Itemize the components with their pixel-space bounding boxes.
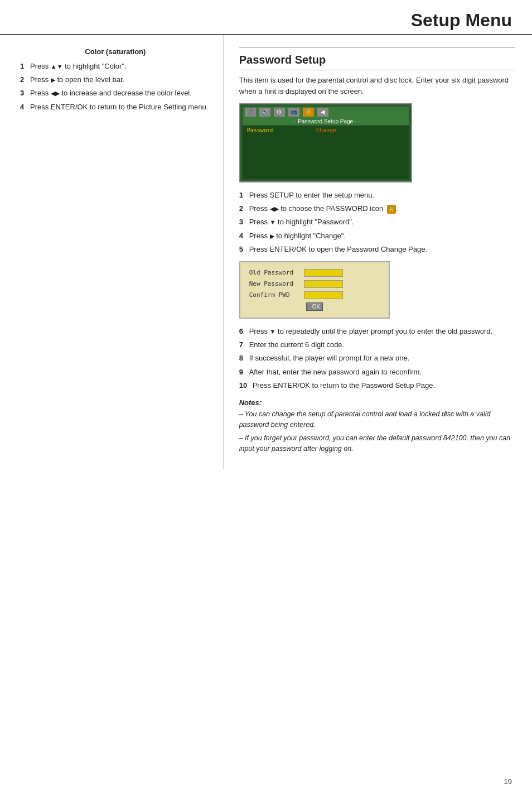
pw-step-4: 4 Press ▶ to highlight "Change".: [239, 231, 515, 241]
notes-title: Notes:: [239, 398, 515, 407]
screen-row-password: Password Change: [243, 126, 409, 134]
screen-icon-1: 🎵: [245, 108, 256, 117]
pw-step-text-1: Press SETUP to enter the setup menu.: [249, 190, 375, 200]
pw-arrow-right-icon: ▶: [270, 233, 274, 239]
pw-old-input: [304, 269, 343, 277]
notes-section: Notes: – You can change the setup of par…: [239, 398, 515, 454]
arrow-right-icon: ▶: [51, 76, 55, 83]
pw-step-text-10: Press ENTER/OK to return to the Password…: [253, 381, 435, 391]
pw-step-8: 8 If successful, the player will prompt …: [239, 353, 515, 363]
pw-step-text-8: If successful, the player will prompt fo…: [249, 353, 410, 363]
screen-setup-label: - - Password Setup Page - -: [243, 118, 409, 125]
pw-steps-list-1: 1 Press SETUP to enter the setup menu. 2…: [239, 190, 515, 254]
pw-step-num-8: 8: [239, 353, 249, 363]
color-step-1: 1 Press ▲▼ to highlight "Color".: [20, 61, 211, 71]
screen-label-text: - - Password Setup Page - -: [291, 118, 360, 124]
step-text-2: Press ▶ to open the level bar.: [30, 75, 124, 85]
pw-step-num-5: 5: [239, 244, 249, 254]
screen-icon-2: 🔊: [259, 108, 270, 117]
arrow-left-right-icon: ◀▶: [51, 90, 60, 97]
pw-step-3: 3 Press ▼ to highlight "Password".: [239, 217, 515, 227]
pw-step-num-6: 6: [239, 326, 249, 336]
pw-old-row: Old Password: [249, 269, 380, 277]
pw-step-text-5: Press ENTER/OK to open the Password Chan…: [249, 244, 427, 254]
pw-intro: This item is used for the parental contr…: [239, 75, 515, 97]
page-number: 19: [504, 777, 512, 786]
step-num-2: 2: [20, 75, 30, 85]
pw-step-text-9: After that, enter the new password again…: [249, 367, 422, 377]
screen-icon-5: ◀: [317, 108, 328, 117]
screen-icon-lock: 🔒: [303, 108, 314, 117]
pw-arrow-lr-icon: ◀▶: [270, 205, 279, 212]
right-column: Password Setup This item is used for the…: [224, 35, 532, 469]
step-text-4: Press ENTER/OK to return to the Picture …: [30, 102, 208, 112]
screen-toolbar: 🎵 🔊 ⚙ 📺 🔒 ◀: [243, 107, 409, 118]
screen-change-label: Change: [312, 126, 341, 134]
pw-step-num-4: 4: [239, 231, 249, 241]
screen-icon-4: 📺: [288, 108, 299, 117]
pw-step-10: 10 Press ENTER/OK to return to the Passw…: [239, 381, 515, 391]
lock-icon-inline: 🔒: [387, 205, 396, 214]
pw-confirm-input: [304, 291, 343, 299]
pw-confirm-label: Confirm PWD: [249, 291, 299, 299]
pw-new-input: [304, 280, 343, 288]
pw-step-1: 1 Press SETUP to enter the setup menu.: [239, 190, 515, 200]
pw-step-text-2: Press ◀▶ to choose the PASSWORD icon 🔒.: [249, 204, 398, 214]
page-header: Setup Menu: [0, 0, 532, 35]
pw-change-dialog: Old Password New Password Confirm PWD OK: [239, 261, 390, 319]
color-steps-list: 1 Press ▲▼ to highlight "Color". 2 Press…: [20, 61, 211, 112]
pw-step-9: 9 After that, enter the new password aga…: [239, 367, 515, 377]
pw-step-text-4: Press ▶ to highlight "Change".: [249, 231, 346, 241]
pw-step-2: 2 Press ◀▶ to choose the PASSWORD icon 🔒…: [239, 204, 515, 214]
screen-body: [243, 134, 409, 179]
color-step-3: 3 Press ◀▶ to increase and decrease the …: [20, 88, 211, 98]
pw-step-7: 7 Enter the current 6 digit code.: [239, 340, 515, 350]
notes-text-2: – If you forget your password, you can e…: [239, 433, 515, 454]
notes-text-1: – You can change the setup of parental c…: [239, 409, 515, 430]
pw-step-5: 5 Press ENTER/OK to open the Password Ch…: [239, 244, 515, 254]
color-step-4: 4 Press ENTER/OK to return to the Pictur…: [20, 102, 211, 112]
pw-step-6: 6 Press ▼ to repeatedly until the player…: [239, 326, 515, 336]
pw-step-num-3: 3: [239, 217, 249, 227]
arrow-up-down-icon: ▲▼: [51, 63, 63, 70]
step-text-1: Press ▲▼ to highlight "Color".: [30, 61, 127, 71]
pw-section-title: Password Setup: [239, 54, 515, 70]
pw-step-text-3: Press ▼ to highlight "Password".: [249, 217, 354, 227]
pw-step-num-2: 2: [239, 204, 249, 214]
step-num-3: 3: [20, 88, 30, 98]
color-step-2: 2 Press ▶ to open the level bar.: [20, 75, 211, 85]
step-text-3: Press ◀▶ to increase and decrease the co…: [30, 88, 192, 98]
pw-step-text-7: Enter the current 6 digit code.: [249, 340, 345, 350]
pw-confirm-row: Confirm PWD: [249, 291, 380, 299]
pw-step-num-9: 9: [239, 367, 249, 377]
color-section-title: Color (saturation): [20, 47, 211, 56]
pw-ok-button[interactable]: OK: [306, 302, 323, 311]
pw-new-row: New Password: [249, 280, 380, 288]
step-num-4: 4: [20, 102, 30, 112]
pw-old-label: Old Password: [249, 269, 299, 276]
pw-step-num-7: 7: [239, 340, 249, 350]
content-wrapper: Color (saturation) 1 Press ▲▼ to highlig…: [0, 35, 532, 469]
pw-steps-list-2: 6 Press ▼ to repeatedly until the player…: [239, 326, 515, 391]
pw-arrow-down-icon-1: ▼: [270, 219, 276, 225]
divider: [239, 47, 515, 48]
setup-screen-sim: 🎵 🔊 ⚙ 📺 🔒 ◀ - - Password Setup Page - - …: [239, 103, 412, 182]
step-num-1: 1: [20, 61, 30, 71]
screen-password-label: Password: [243, 126, 278, 134]
screen-icon-3: ⚙: [274, 108, 285, 117]
pw-new-label: New Password: [249, 280, 299, 287]
pw-step-text-6: Press ▼ to repeatedly until the player p…: [249, 326, 493, 336]
pw-arrow-down-icon-2: ▼: [270, 328, 276, 335]
pw-step-num-10: 10: [239, 381, 253, 391]
page-title: Setup Menu: [0, 10, 512, 31]
left-column: Color (saturation) 1 Press ▲▼ to highlig…: [0, 35, 224, 469]
pw-step-num-1: 1: [239, 190, 249, 200]
